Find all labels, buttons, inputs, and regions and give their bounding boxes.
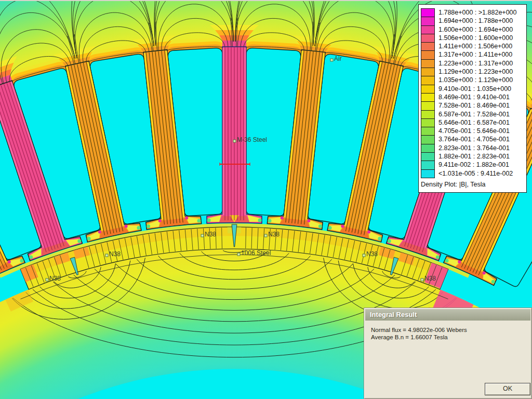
svg-text:Air: Air xyxy=(334,55,342,62)
svg-text:N38: N38 xyxy=(366,250,378,258)
svg-text:N38: N38 xyxy=(205,231,216,238)
svg-text:M-36 Steel: M-36 Steel xyxy=(237,136,267,143)
svg-text:1006 Steel: 1006 Steel xyxy=(241,249,271,257)
svg-text:N38: N38 xyxy=(424,275,436,282)
svg-text:N38: N38 xyxy=(49,275,61,282)
svg-text:N38: N38 xyxy=(109,250,121,258)
svg-text:N38: N38 xyxy=(268,231,280,238)
